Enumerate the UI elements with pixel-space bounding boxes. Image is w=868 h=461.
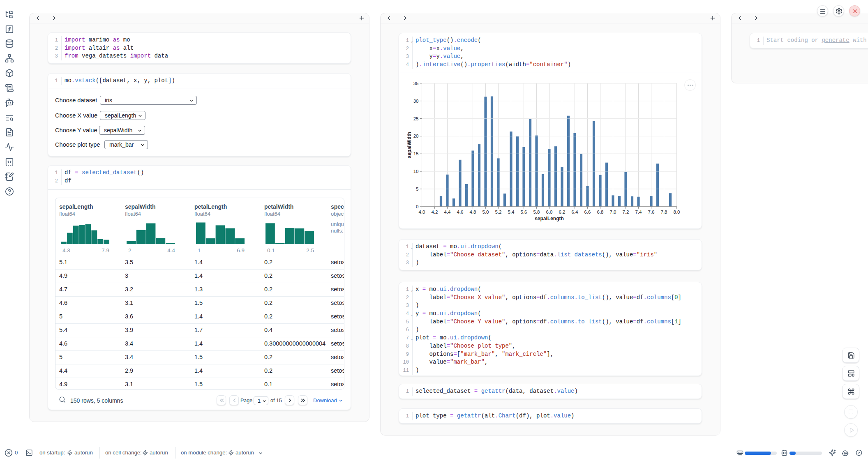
svg-text:7.8: 7.8 [661,210,667,214]
svg-text:10: 10 [413,169,419,174]
svg-text:4.8: 4.8 [470,210,476,214]
svg-text:4.6: 4.6 [457,210,464,214]
svg-text:25: 25 [413,116,419,121]
svg-text:0: 0 [416,204,418,209]
svg-text:7.2: 7.2 [623,210,629,214]
svg-text:35: 35 [413,81,419,86]
svg-text:15: 15 [413,151,419,156]
svg-text:8.0: 8.0 [674,210,680,214]
svg-text:sepalWidth: sepalWidth [406,132,412,158]
svg-text:6.2: 6.2 [559,210,566,214]
svg-text:7.6: 7.6 [648,210,655,214]
svg-text:5: 5 [416,187,418,191]
svg-text:30: 30 [413,99,419,104]
svg-text:20: 20 [413,134,419,138]
svg-text:5.8: 5.8 [533,210,540,214]
svg-text:4.2: 4.2 [432,210,438,214]
svg-text:7.4: 7.4 [635,210,642,214]
svg-text:6.6: 6.6 [584,210,591,214]
svg-text:5.2: 5.2 [495,210,502,214]
svg-text:sepalLength: sepalLength [535,216,564,221]
svg-text:6.4: 6.4 [572,210,579,214]
svg-text:4.4: 4.4 [444,210,451,214]
svg-text:5.6: 5.6 [521,210,527,214]
svg-text:7.0: 7.0 [610,210,616,214]
svg-text:4.0: 4.0 [419,210,425,214]
svg-text:6.8: 6.8 [597,210,604,214]
svg-text:6.0: 6.0 [546,210,553,214]
svg-text:5.4: 5.4 [508,210,515,214]
svg-text:5.0: 5.0 [482,210,489,214]
